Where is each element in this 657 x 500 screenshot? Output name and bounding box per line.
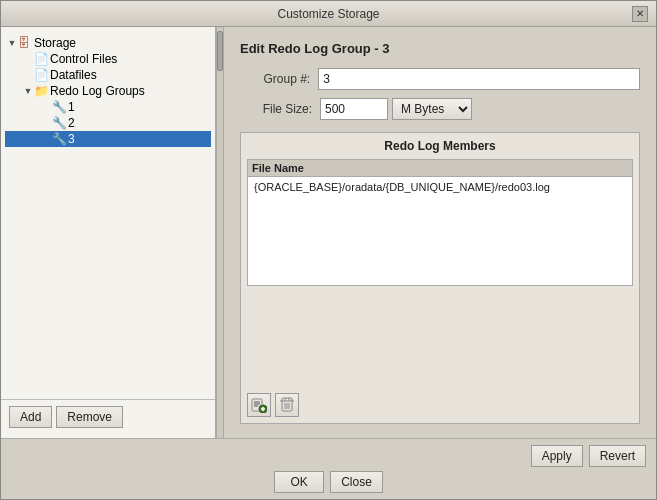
tree-item-control-files[interactable]: 📄 Control Files <box>5 51 211 67</box>
members-column-header: File Name <box>247 159 633 176</box>
tree-label-storage: Storage <box>34 36 76 50</box>
tree-item-datafiles[interactable]: 📄 Datafiles <box>5 67 211 83</box>
datafiles-icon: 📄 <box>34 68 48 82</box>
tree-item-group-2[interactable]: 🔧 2 <box>5 115 211 131</box>
remove-member-button[interactable] <box>275 393 299 417</box>
left-panel: ▼ 🗄 Storage 📄 Control Files 📄 Datafiles <box>1 27 216 438</box>
right-panel: Edit Redo Log Group - 3 Group #: File Si… <box>224 27 656 438</box>
tree-item-redo-log-groups[interactable]: ▼ 📁 Redo Log Groups <box>5 83 211 99</box>
file-size-input[interactable] <box>320 98 388 120</box>
content-area: ▼ 🗄 Storage 📄 Control Files 📄 Datafiles <box>1 27 656 438</box>
group-number-row: Group #: <box>240 68 640 90</box>
dialog-title: Customize Storage <box>25 7 632 21</box>
tree-area: ▼ 🗄 Storage 📄 Control Files 📄 Datafiles <box>1 31 215 399</box>
scrollbar-thumb[interactable] <box>217 31 223 71</box>
footer-row2: OK Close <box>11 471 646 493</box>
file-size-row: File Size: K Bytes M Bytes G Bytes <box>240 98 640 120</box>
expand-icon-controlfiles <box>23 54 33 64</box>
expand-icon-group1 <box>41 102 51 112</box>
member-row[interactable]: {ORACLE_BASE}/oradata/{DB_UNIQUE_NAME}/r… <box>250 179 630 195</box>
remove-button[interactable]: Remove <box>56 406 123 428</box>
members-section: Redo Log Members File Name {ORACLE_BASE}… <box>240 132 640 424</box>
tree-item-storage[interactable]: ▼ 🗄 Storage <box>5 35 211 51</box>
redologgroups-icon: 📁 <box>34 84 48 98</box>
expand-icon-group2 <box>41 118 51 128</box>
members-table: File Name {ORACLE_BASE}/oradata/{DB_UNIQ… <box>247 159 633 387</box>
ok-button[interactable]: OK <box>274 471 324 493</box>
expand-icon-redologgroups: ▼ <box>23 86 33 96</box>
title-bar: Customize Storage ✕ <box>1 1 656 27</box>
tree-label-controlfiles: Control Files <box>50 52 117 66</box>
group-number-input[interactable] <box>318 68 640 90</box>
file-size-unit-select[interactable]: K Bytes M Bytes G Bytes <box>392 98 472 120</box>
group2-icon: 🔧 <box>52 116 66 130</box>
group-number-label: Group #: <box>240 72 318 86</box>
members-list: {ORACLE_BASE}/oradata/{DB_UNIQUE_NAME}/r… <box>247 176 633 286</box>
add-button[interactable]: Add <box>9 406 52 428</box>
close-icon[interactable]: ✕ <box>632 6 648 22</box>
customize-storage-dialog: Customize Storage ✕ ▼ 🗄 Storage 📄 Contro… <box>0 0 657 500</box>
section-title: Edit Redo Log Group - 3 <box>240 41 640 56</box>
close-dialog-button[interactable]: Close <box>330 471 383 493</box>
file-size-label: File Size: <box>240 102 320 116</box>
tree-label-group2: 2 <box>68 116 75 130</box>
tree-item-group-1[interactable]: 🔧 1 <box>5 99 211 115</box>
add-member-icon <box>251 397 267 413</box>
expand-icon-storage: ▼ <box>7 38 17 48</box>
add-member-button[interactable] <box>247 393 271 417</box>
tree-label-redologgroups: Redo Log Groups <box>50 84 145 98</box>
expand-icon-group3 <box>41 134 51 144</box>
members-section-title: Redo Log Members <box>247 139 633 153</box>
panel-scrollbar[interactable] <box>216 27 224 438</box>
tree-label-datafiles: Datafiles <box>50 68 97 82</box>
group1-icon: 🔧 <box>52 100 66 114</box>
footer-row1: Apply Revert <box>11 445 646 467</box>
storage-icon: 🗄 <box>18 36 32 50</box>
left-buttons: Add Remove <box>1 399 215 434</box>
tree-label-group3: 3 <box>68 132 75 146</box>
tree-item-group-3[interactable]: 🔧 3 <box>5 131 211 147</box>
revert-button[interactable]: Revert <box>589 445 646 467</box>
controlfiles-icon: 📄 <box>34 52 48 66</box>
dialog-footer: Apply Revert OK Close <box>1 438 656 499</box>
expand-icon-datafiles <box>23 70 33 80</box>
group3-icon: 🔧 <box>52 132 66 146</box>
members-toolbar <box>247 393 633 417</box>
remove-member-icon <box>279 397 295 413</box>
tree-label-group1: 1 <box>68 100 75 114</box>
apply-button[interactable]: Apply <box>531 445 583 467</box>
